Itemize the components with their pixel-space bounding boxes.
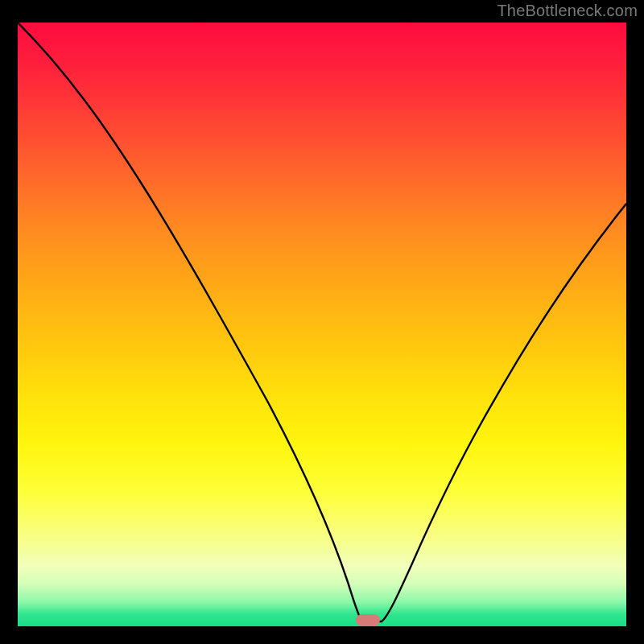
bottleneck-curve xyxy=(18,23,626,621)
optimum-marker xyxy=(356,614,380,626)
curve-svg xyxy=(18,23,626,626)
attribution-text: TheBottleneck.com xyxy=(497,2,638,20)
chart-container: TheBottleneck.com xyxy=(0,0,644,644)
